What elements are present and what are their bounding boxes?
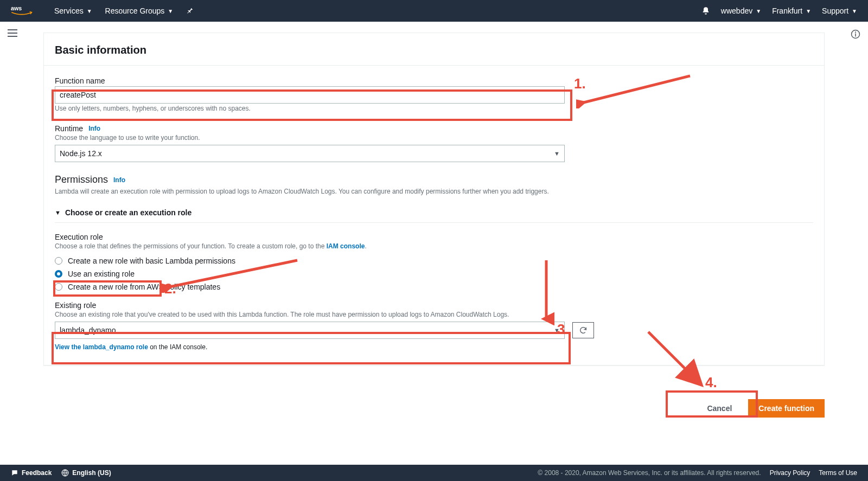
execution-role-help-suffix: . <box>365 242 366 250</box>
function-name-hint: Use only letters, numbers, hyphens, or u… <box>55 105 813 112</box>
basic-information-panel: Basic information Function name Use only… <box>43 33 825 365</box>
radio-create-new-basic[interactable]: Create a new role with basic Lambda perm… <box>55 254 813 267</box>
view-role-link[interactable]: View the lambda_dynamo role <box>55 343 148 351</box>
refresh-icon <box>579 326 588 335</box>
radio-icon-checked <box>55 270 62 278</box>
runtime-select[interactable]: Node.js 12.x ▼ <box>55 145 565 162</box>
triangle-down-icon: ▼ <box>55 209 61 216</box>
runtime-value: Node.js 12.x <box>60 149 102 158</box>
radio-label: Use an existing role <box>68 270 135 278</box>
section-title: Basic information <box>55 44 813 56</box>
create-function-button[interactable]: Create function <box>748 399 825 418</box>
iam-console-link[interactable]: IAM console <box>327 242 365 250</box>
support-label: Support <box>822 7 848 15</box>
language-selector[interactable]: English (US) <box>61 469 111 477</box>
section-header: Basic information <box>44 33 824 65</box>
account-label: wwebdev <box>721 7 752 15</box>
chevron-down-icon: ▼ <box>554 327 560 334</box>
language-label: English (US) <box>72 469 111 477</box>
account-menu[interactable]: wwebdev ▼ <box>721 7 761 15</box>
hamburger-menu-icon[interactable] <box>8 29 17 37</box>
chevron-down-icon: ▼ <box>756 8 761 14</box>
existing-role-label: Existing role <box>55 301 813 310</box>
cancel-button[interactable]: Cancel <box>699 400 739 417</box>
radio-label: Create a new role with basic Lambda perm… <box>68 256 235 265</box>
function-name-label: Function name <box>55 76 813 85</box>
svg-point-2 <box>855 31 856 33</box>
region-menu[interactable]: Frankfurt ▼ <box>772 7 811 15</box>
pin-icon[interactable] <box>186 7 194 15</box>
region-label: Frankfurt <box>772 7 802 15</box>
existing-role-select[interactable]: lambda_dynamo ▼ <box>55 322 565 339</box>
resource-groups-menu[interactable]: Resource Groups ▼ <box>105 7 174 15</box>
permissions-title-row: Permissions Info <box>55 174 813 185</box>
execution-role-radio-group: Create a new role with basic Lambda perm… <box>55 254 813 293</box>
existing-role-value: lambda_dynamo <box>60 326 116 335</box>
runtime-info-link[interactable]: Info <box>88 125 100 132</box>
svg-text:aws: aws <box>11 5 22 11</box>
chevron-down-icon: ▼ <box>168 8 173 14</box>
choose-role-expander[interactable]: ▼ Choose or create an execution role <box>55 208 813 223</box>
info-panel-icon[interactable] <box>851 29 860 39</box>
view-role-suffix: on the IAM console. <box>148 343 207 351</box>
choose-role-label: Choose or create an execution role <box>65 208 192 217</box>
runtime-help: Choose the language to use to write your… <box>55 134 813 142</box>
bottom-footer-bar: Feedback English (US) © 2008 - 2020, Ama… <box>0 465 868 481</box>
annotation-label-4: 4. <box>705 374 717 391</box>
permissions-info-link[interactable]: Info <box>113 176 125 184</box>
execution-role-help: Choose a role that defines the permissio… <box>55 242 813 250</box>
speech-bubble-icon <box>11 469 18 477</box>
resource-groups-label: Resource Groups <box>105 7 165 15</box>
svg-rect-3 <box>855 34 856 37</box>
privacy-policy-link[interactable]: Privacy Policy <box>770 469 810 477</box>
terms-of-use-link[interactable]: Terms of Use <box>819 469 857 477</box>
copyright-text: © 2008 - 2020, Amazon Web Services, Inc.… <box>538 469 761 477</box>
refresh-roles-button[interactable] <box>572 322 594 338</box>
feedback-label: Feedback <box>22 469 52 477</box>
permissions-title: Permissions <box>55 174 108 185</box>
function-name-input[interactable] <box>55 86 565 104</box>
radio-icon <box>55 283 62 291</box>
existing-role-field: Existing role Choose an existing role th… <box>55 301 813 351</box>
chevron-down-icon: ▼ <box>806 8 811 14</box>
chevron-down-icon: ▼ <box>554 150 560 157</box>
form-body: Function name Use only letters, numbers,… <box>44 65 824 365</box>
radio-use-existing[interactable]: Use an existing role <box>55 267 813 280</box>
chevron-down-icon: ▼ <box>852 8 857 14</box>
globe-icon <box>61 469 69 477</box>
top-nav-bar: aws Services ▼ Resource Groups ▼ wwebdev… <box>0 0 868 22</box>
support-menu[interactable]: Support ▼ <box>822 7 857 15</box>
radio-label: Create a new role from AWS policy templa… <box>68 283 220 291</box>
execution-role-label: Execution role <box>55 233 813 241</box>
execution-role-field: Execution role Choose a role that define… <box>55 233 813 293</box>
runtime-label: Runtime <box>55 124 83 133</box>
services-menu[interactable]: Services ▼ <box>54 7 92 15</box>
notifications-icon[interactable] <box>701 7 710 15</box>
existing-role-help: Choose an existing role that you've crea… <box>55 311 813 318</box>
footer-actions: Cancel Create function <box>43 390 825 426</box>
radio-create-from-templates[interactable]: Create a new role from AWS policy templa… <box>55 280 813 293</box>
execution-role-help-prefix: Choose a role that defines the permissio… <box>55 242 327 250</box>
aws-logo[interactable]: aws <box>11 4 33 17</box>
permissions-description: Lambda will create an execution role wit… <box>55 188 813 195</box>
runtime-field: Runtime Info Choose the language to use … <box>55 124 813 162</box>
services-label: Services <box>54 7 84 15</box>
chevron-down-icon: ▼ <box>87 8 92 14</box>
feedback-link[interactable]: Feedback <box>11 469 52 477</box>
function-name-field: Function name Use only letters, numbers,… <box>55 76 813 112</box>
radio-icon <box>55 257 62 265</box>
